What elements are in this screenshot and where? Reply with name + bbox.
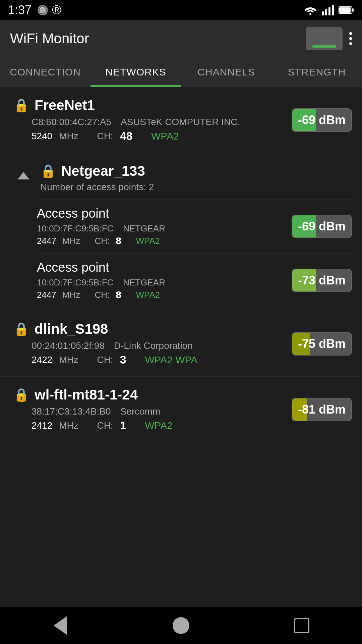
ap-vendor-1: NETGEAR (123, 223, 165, 233)
network-tech-freenet1: 5240 MHz CH: 48 WPA2 (32, 129, 292, 143)
dbm-badge-ap1: -69 dBm (292, 215, 352, 238)
lock-icon-dlink: 🔒 (13, 322, 29, 336)
network-info-freenet1: 🔒 FreeNet1 C8:60:00:4C:27:A5 ASUSTeK COM… (13, 97, 292, 143)
app-bar: WiFi Monitor (0, 20, 362, 57)
netgear-name-block: 🔒 Netgear_133 Number of access points: 2 (40, 163, 154, 193)
chevron-up-icon (17, 172, 29, 179)
home-icon (173, 617, 189, 634)
network-tech-wlftl: 2412 MHz CH: 1 WPA2 (32, 419, 292, 432)
sync-icon: Ⓡ (52, 4, 61, 16)
back-button[interactable] (49, 614, 72, 637)
svg-rect-6 (339, 7, 351, 13)
network-details-freenet1: C8:60:00:4C:27:A5 ASUSTeK COMPUTER INC. (32, 117, 292, 127)
notification-icon: 🔘 (37, 5, 49, 16)
vendor-dlink: D-Link Corporation (114, 340, 193, 351)
svg-rect-4 (332, 5, 334, 15)
network-name-freenet1: FreeNet1 (35, 97, 95, 113)
network-name-dlink: dlink_S198 (35, 321, 108, 337)
freq-dlink: 2422 (32, 355, 52, 365)
ch-freenet1: 48 (120, 129, 133, 143)
tab-bar: CONNECTION NETWORKS CHANNELS STRENGTH (0, 57, 362, 87)
back-icon (54, 616, 67, 635)
netgear-header: 🔒 Netgear_133 Number of access points: 2 (0, 153, 362, 199)
status-bar-right (304, 5, 354, 15)
mac-wlftl: 38:17:C3:13:4B:B0 (32, 406, 111, 417)
status-bar-left: 1:37 🔘 Ⓡ (8, 3, 61, 17)
status-bar: 1:37 🔘 Ⓡ (0, 0, 362, 20)
overflow-dot-3 (349, 42, 352, 45)
freq-freenet1: 5240 (32, 131, 52, 142)
netgear-name-row: 🔒 Netgear_133 (40, 163, 154, 179)
ap-tech-2: 2447 MHz CH: 8 WPA2 (37, 289, 165, 301)
frequnit-dlink: MHz (59, 355, 78, 365)
network-group-netgear133: 🔒 Netgear_133 Number of access points: 2… (0, 153, 362, 311)
ch-label-freenet1: CH: (97, 131, 113, 142)
mac-dlink: 00:24:01:05:2f:98 (32, 340, 105, 351)
network-header-wlftl: 🔒 wl-ftl-mt81-1-24 (13, 387, 292, 403)
ap-details-2: 10:0D:7F:C9:5B:FC NETGEAR (37, 277, 165, 288)
ap-frequnit-2: MHz (62, 290, 80, 300)
svg-rect-7 (352, 8, 354, 12)
content-spacer (0, 525, 362, 607)
ap-frequnit-1: MHz (62, 236, 80, 246)
ch-wlftl: 1 (120, 419, 126, 432)
security-freenet1: WPA2 (151, 130, 179, 142)
ap-vendor-2: NETGEAR (123, 277, 165, 287)
network-item-dlink: 🔒 dlink_S198 00:24:01:05:2f:98 D-Link Co… (0, 311, 362, 377)
ap-ch-1: 8 (116, 235, 121, 247)
wifi-status-icon (304, 5, 317, 15)
frequnit-freenet1: MHz (59, 131, 78, 142)
svg-rect-2 (325, 9, 327, 15)
status-icons: 🔘 Ⓡ (37, 4, 61, 16)
app-title: WiFi Monitor (10, 31, 89, 47)
ap-name-2: Access point (37, 260, 165, 275)
network-header-dlink: 🔒 dlink_S198 (13, 321, 292, 337)
overflow-menu-button[interactable] (349, 32, 352, 45)
network-details-wlftl: 38:17:C3:13:4B:B0 Sercomm (32, 406, 292, 417)
recents-button[interactable] (290, 614, 313, 637)
ap-mac-1: 10:0D:7F:C9:5B:FC (37, 223, 113, 233)
bottom-navigation (0, 607, 362, 644)
signal-strength-button[interactable] (306, 27, 343, 50)
ch-dlink: 3 (120, 353, 126, 366)
network-info-dlink: 🔒 dlink_S198 00:24:01:05:2f:98 D-Link Co… (13, 321, 292, 366)
network-item-wlftl: 🔒 wl-ftl-mt81-1-24 38:17:C3:13:4B:B0 Ser… (0, 377, 362, 442)
access-points-list-netgear133: Access point 10:0D:7F:C9:5B:FC NETGEAR 2… (0, 199, 362, 311)
security-dlink: WPA2 WPA (145, 354, 197, 366)
network-name-wlftl: wl-ftl-mt81-1-24 (35, 387, 138, 403)
dbm-badge-dlink: -75 dBm (292, 332, 352, 356)
ap-freq-1: 2447 (37, 236, 56, 246)
ap-security-2: WPA2 (136, 290, 160, 300)
network-name-netgear133: Netgear_133 (61, 163, 145, 179)
home-button[interactable] (169, 614, 193, 637)
ap-chlabel-1: CH: (95, 236, 110, 246)
ap-name-1: Access point (37, 206, 165, 221)
netgear-header-left: 🔒 Netgear_133 Number of access points: 2 (13, 163, 154, 193)
mac-freenet1: C8:60:00:4C:27:A5 (32, 117, 111, 127)
signal-bar-indicator (312, 45, 336, 48)
access-point-count-netgear133: Number of access points: 2 (40, 182, 154, 193)
networks-list: 🔒 FreeNet1 C8:60:00:4C:27:A5 ASUSTeK COM… (0, 87, 362, 525)
tab-networks[interactable]: NETWORKS (90, 57, 181, 87)
vendor-freenet1: ASUSTeK COMPUTER INC. (121, 117, 240, 127)
tab-connection[interactable]: CONNECTION (0, 57, 90, 87)
vendor-wlftl: Sercomm (120, 406, 160, 417)
ap-details-1: 10:0D:7F:C9:5B:FC NETGEAR (37, 223, 165, 234)
signal-status-icon (322, 5, 334, 15)
ap-info-2: Access point 10:0D:7F:C9:5B:FC NETGEAR 2… (37, 260, 165, 301)
ap-mac-2: 10:0D:7F:C9:5B:FC (37, 277, 113, 287)
frequnit-wlftl: MHz (59, 420, 78, 431)
ch-label-wlftl: CH: (97, 420, 113, 431)
security-wlftl: WPA2 (145, 420, 173, 431)
network-item-freenet1: 🔒 FreeNet1 C8:60:00:4C:27:A5 ASUSTeK COM… (0, 87, 362, 153)
battery-status-icon (339, 5, 354, 15)
tab-strength[interactable]: STRENGTH (272, 57, 362, 87)
network-header-freenet1: 🔒 FreeNet1 (13, 97, 292, 113)
freq-wlftl: 2412 (32, 420, 52, 431)
ap-security-1: WPA2 (136, 236, 160, 246)
ap-chlabel-2: CH: (95, 290, 110, 300)
network-info-wlftl: 🔒 wl-ftl-mt81-1-24 38:17:C3:13:4B:B0 Ser… (13, 387, 292, 432)
ap-info-1: Access point 10:0D:7F:C9:5B:FC NETGEAR 2… (37, 206, 165, 247)
collapse-button-netgear133[interactable] (13, 166, 34, 186)
tab-channels[interactable]: CHANNELS (181, 57, 272, 87)
